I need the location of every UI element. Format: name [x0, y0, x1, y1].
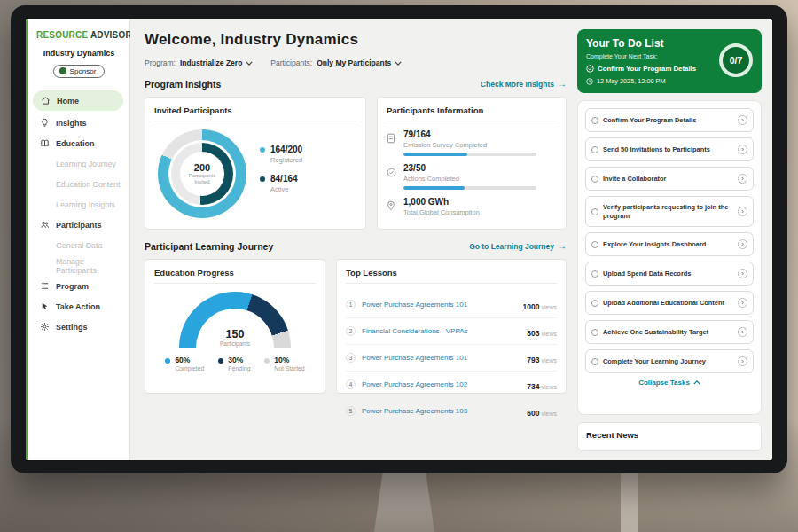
monitor-frame: RESOURCE ADVISOR+ Industry Dynamics Spon…: [11, 5, 787, 473]
lightbulb-icon: [39, 118, 50, 129]
pending-dot-icon: [218, 358, 223, 364]
sidebar-item-home[interactable]: Home: [33, 90, 123, 111]
sidebar-item-manage-participants[interactable]: Manage Participants: [28, 255, 129, 276]
registered-dot-icon: [260, 147, 265, 153]
todo-task[interactable]: Invite a Collaborator ›: [585, 167, 754, 191]
task-chevron-icon[interactable]: ›: [738, 145, 747, 154]
lesson-link[interactable]: Power Purchase Agreements 101: [362, 301, 517, 309]
check-circle-icon: [387, 163, 396, 190]
lesson-row: 4 Power Purchase Agreements 102 734views: [346, 372, 557, 398]
home-icon: [40, 96, 51, 106]
participants-select[interactable]: Only My Participants: [317, 59, 402, 67]
sidebar: RESOURCE ADVISOR+ Industry Dynamics Spon…: [26, 19, 130, 460]
sidebar-item-learning-journey[interactable]: Learning Journey: [28, 153, 129, 174]
todo-task[interactable]: Achieve One Sustainability Target ›: [585, 320, 754, 344]
task-checkbox[interactable]: [591, 300, 598, 307]
task-checkbox[interactable]: [591, 117, 598, 124]
todo-due-date: 12 May 2025, 12:00 PM: [586, 77, 753, 85]
check-circle-icon: [586, 65, 594, 73]
education-progress-card: Education Progress 150 Participants: [145, 259, 325, 394]
sidebar-item-label: Settings: [56, 323, 88, 332]
sidebar-item-education[interactable]: Education: [28, 133, 129, 153]
task-checkbox[interactable]: [591, 146, 598, 153]
todo-task[interactable]: Complete Your Learning Journey ›: [585, 349, 754, 373]
todo-task[interactable]: Verify participants requesting to join t…: [585, 196, 754, 227]
wall-highlight: [621, 473, 638, 532]
sidebar-item-participants[interactable]: Participants: [28, 215, 129, 235]
sidebar-item-settings[interactable]: Settings: [28, 317, 129, 337]
sidebar-item-label: Insights: [56, 119, 87, 128]
task-checkbox[interactable]: [591, 176, 598, 183]
list-icon: [39, 281, 50, 292]
todo-task[interactable]: Confirm Your Program Details ›: [585, 108, 754, 132]
task-checkbox[interactable]: [591, 241, 598, 248]
recent-news-card: Recent News: [577, 422, 762, 451]
lesson-rank: 3: [346, 353, 356, 363]
task-chevron-icon[interactable]: ›: [738, 327, 747, 337]
card-title: Participants Information: [387, 106, 557, 121]
sidebar-nav: Home Insights Education Learning Journey…: [28, 90, 129, 337]
lesson-rank: 5: [346, 406, 356, 416]
task-chevron-icon[interactable]: ›: [738, 356, 747, 366]
sidebar-item-program[interactable]: Program: [28, 276, 129, 296]
survey-progress-bar: [403, 153, 536, 156]
todo-task[interactable]: Upload Additional Educational Content ›: [585, 291, 754, 315]
stat-consumption: 1,000 GWh Total Global Consumption: [387, 197, 557, 220]
todo-task-list: Confirm Your Program Details › Send 50 I…: [577, 100, 762, 415]
chevron-down-icon: [246, 61, 253, 66]
task-chevron-icon[interactable]: ›: [738, 207, 747, 216]
chevron-down-icon: [395, 61, 402, 66]
main-column: Welcome, Industry Dynamics Program: Indu…: [145, 29, 567, 451]
sidebar-item-take-action[interactable]: Take Action: [28, 296, 129, 317]
collapse-tasks-link[interactable]: Collapse Tasks: [585, 379, 754, 387]
task-chevron-icon[interactable]: ›: [738, 239, 747, 249]
lesson-link[interactable]: Financial Considerations - VPPAs: [362, 327, 520, 335]
check-more-insights-link[interactable]: Check More Insights →: [481, 80, 567, 89]
legend-item-completed: 60% Completed: [165, 356, 204, 372]
pin-icon: [387, 197, 396, 220]
lesson-link[interactable]: Power Purchase Agreements 103: [362, 407, 520, 415]
actions-progress-bar: [403, 186, 536, 190]
task-checkbox[interactable]: [591, 329, 598, 336]
card-title: Invited Participants: [154, 106, 356, 121]
sidebar-item-label: Manage Participants: [56, 257, 124, 275]
legend-item-active: 84/164 Active: [260, 174, 302, 193]
go-to-learning-journey-link[interactable]: Go to Learning Journey →: [469, 242, 567, 251]
todo-progress-ring: 0/7: [719, 43, 753, 77]
page-content: Welcome, Industry Dynamics Program: Indu…: [130, 19, 772, 460]
sidebar-item-general-data[interactable]: General Data: [28, 235, 129, 255]
task-checkbox[interactable]: [591, 358, 598, 365]
sidebar-item-learning-insights[interactable]: Learning Insights: [28, 194, 129, 215]
sidebar-item-education-content[interactable]: Education Content: [28, 174, 129, 194]
gear-icon: [39, 322, 50, 332]
donut-center-label: Participants Invited: [185, 173, 219, 185]
learning-journey-title: Participant Learning Journey: [145, 241, 273, 252]
brand-name-secondary: ADVISOR: [90, 30, 132, 40]
task-chevron-icon[interactable]: ›: [738, 115, 747, 125]
lesson-row: 3 Power Purchase Agreements 101 793views: [346, 345, 557, 372]
task-chevron-icon[interactable]: ›: [738, 174, 747, 184]
sidebar-item-label: Education: [56, 139, 95, 148]
stat-emission-survey: 79/164 Emission Survey Completed: [387, 129, 557, 156]
card-title: Top Lessons: [346, 268, 557, 284]
sidebar-item-label: General Data: [56, 241, 102, 250]
task-chevron-icon[interactable]: ›: [738, 298, 747, 308]
page-title: Welcome, Industry Dynamics: [145, 31, 567, 49]
todo-next-task: Confirm Your Program Details: [586, 65, 705, 73]
lesson-row: 1 Power Purchase Agreements 101 1000view…: [346, 292, 557, 318]
todo-task[interactable]: Upload Spend Data Records ›: [585, 262, 754, 286]
task-chevron-icon[interactable]: ›: [738, 269, 747, 278]
task-checkbox[interactable]: [591, 270, 598, 278]
lesson-link[interactable]: Power Purchase Agreements 101: [362, 354, 520, 362]
lesson-row: 5 Power Purchase Agreements 103 600views: [346, 398, 557, 424]
todo-task[interactable]: Explore Your Insights Dashboard ›: [585, 232, 754, 256]
program-filter-label: Program:: [145, 59, 176, 67]
org-name: Industry Dynamics: [32, 49, 126, 58]
sidebar-item-insights[interactable]: Insights: [28, 113, 129, 133]
lesson-link[interactable]: Power Purchase Agreements 102: [362, 380, 520, 388]
task-checkbox[interactable]: [591, 208, 598, 215]
todo-task[interactable]: Send 50 Invitations to Participants ›: [585, 137, 754, 161]
program-select[interactable]: Industrialize Zero: [180, 59, 253, 67]
people-icon: [39, 220, 50, 231]
sidebar-item-label: Learning Insights: [56, 200, 115, 209]
